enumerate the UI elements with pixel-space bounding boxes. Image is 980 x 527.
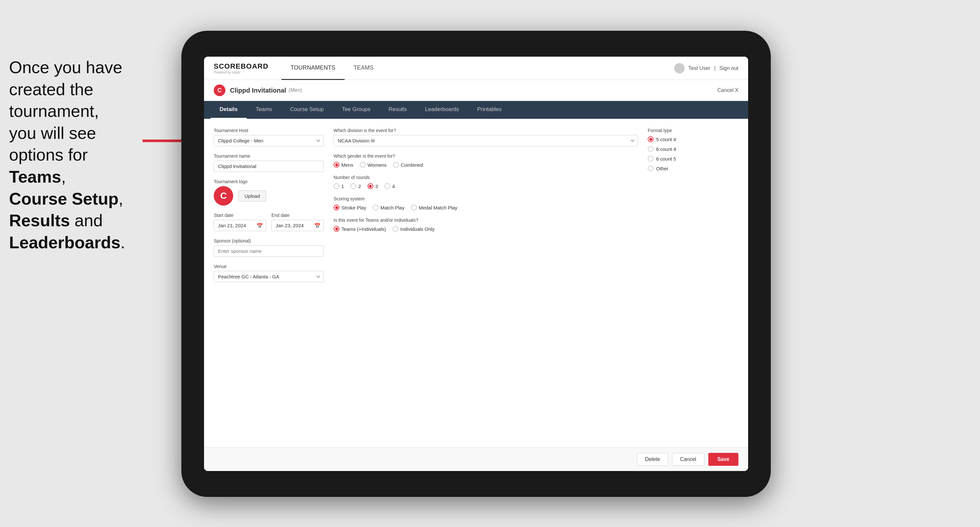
top-nav: SCOREBOARD Powered by clippd TOURNAMENTS… xyxy=(204,57,748,80)
format-other[interactable]: Other xyxy=(648,165,738,171)
rounds-2-radio[interactable] xyxy=(350,183,356,189)
rounds-2-label: 2 xyxy=(358,184,361,189)
rounds-4[interactable]: 4 xyxy=(384,183,395,189)
rounds-1-radio[interactable] xyxy=(334,183,339,189)
format-6count5-radio[interactable] xyxy=(648,156,654,162)
gender-label: Which gender is the event for? xyxy=(334,154,638,159)
gender-mens[interactable]: Mens xyxy=(334,162,353,168)
gender-mens-radio[interactable] xyxy=(334,162,339,168)
division-field-group: Which division is the event for? NCAA Di… xyxy=(334,128,638,146)
sponsor-input[interactable] xyxy=(214,245,324,257)
end-date-label: End date xyxy=(271,213,324,218)
tab-leaderboards[interactable]: Leaderboards xyxy=(416,101,468,119)
middle-column: Which division is the event for? NCAA Di… xyxy=(334,128,638,438)
tab-results[interactable]: Results xyxy=(380,101,416,119)
format-5count4-label: 5 count 4 xyxy=(656,137,676,142)
nav-teams[interactable]: TEAMS xyxy=(345,57,383,80)
scoring-stroke-radio[interactable] xyxy=(334,205,339,210)
cancel-header-button[interactable]: Cancel X xyxy=(718,87,738,93)
gender-combined[interactable]: Combined xyxy=(393,162,423,168)
rounds-radio-group: 1 2 3 4 xyxy=(334,183,638,189)
rounds-3-radio[interactable] xyxy=(368,183,374,189)
host-label: Tournament Host xyxy=(214,128,324,133)
scoring-match-label: Match Play xyxy=(380,205,404,210)
tournament-header: C Clippd Invitational (Men) Cancel X xyxy=(204,80,748,101)
save-button[interactable]: Save xyxy=(708,453,738,466)
gender-combined-radio[interactable] xyxy=(393,162,399,168)
format-label: Format type xyxy=(648,128,738,133)
start-date-group: Start date 📅 xyxy=(214,213,266,231)
tablet-screen: SCOREBOARD Powered by clippd TOURNAMENTS… xyxy=(204,57,748,471)
nav-items: TOURNAMENTS TEAMS xyxy=(282,57,674,80)
tournament-icon: C xyxy=(214,84,225,96)
format-5count4-radio[interactable] xyxy=(648,136,654,142)
tab-teams[interactable]: Teams xyxy=(247,101,281,119)
sign-out-link[interactable]: Sign out xyxy=(719,65,738,71)
tab-printables[interactable]: Printables xyxy=(468,101,511,119)
main-content: Tournament Host Clippd College - Men Tou… xyxy=(204,119,748,448)
division-select[interactable]: NCAA Division III xyxy=(334,135,638,146)
format-other-label: Other xyxy=(656,166,668,171)
annotation-block: Once you have created the tournament, yo… xyxy=(9,57,164,254)
scoring-stroke[interactable]: Stroke Play xyxy=(334,205,366,210)
rounds-4-radio[interactable] xyxy=(384,183,390,189)
gender-mens-label: Mens xyxy=(341,162,353,168)
rounds-3[interactable]: 3 xyxy=(368,183,378,189)
end-date-wrap: 📅 xyxy=(271,220,324,231)
format-other-radio[interactable] xyxy=(648,165,654,171)
user-avatar-icon xyxy=(674,63,685,73)
format-5count4[interactable]: 5 count 4 xyxy=(648,136,738,142)
scoring-medal-match-radio[interactable] xyxy=(411,205,417,210)
sponsor-field-group: Sponsor (optional) xyxy=(214,238,324,257)
scoring-medal-match[interactable]: Medal Match Play xyxy=(411,205,457,210)
format-6count5[interactable]: 6 count 5 xyxy=(648,156,738,162)
host-select[interactable]: Clippd College - Men xyxy=(214,135,324,146)
upload-button[interactable]: Upload xyxy=(239,190,266,202)
venue-label: Venue xyxy=(214,264,324,269)
rounds-4-label: 4 xyxy=(392,184,395,189)
venue-select[interactable]: Peachtree GC - Atlanta - GA xyxy=(214,271,324,282)
user-name: Test User xyxy=(689,65,711,71)
rounds-2[interactable]: 2 xyxy=(350,183,361,189)
division-label: Which division is the event for? xyxy=(334,128,638,133)
teams-with-individuals[interactable]: Teams (+Individuals) xyxy=(334,226,386,232)
gender-womens[interactable]: Womens xyxy=(360,162,387,168)
end-date-group: End date 📅 xyxy=(271,213,324,231)
tab-bar: Details Teams Course Setup Tee Groups Re… xyxy=(204,101,748,119)
format-6count4[interactable]: 6 count 4 xyxy=(648,146,738,152)
individuals-only[interactable]: Individuals Only xyxy=(393,226,434,232)
page-wrapper: Once you have created the tournament, yo… xyxy=(0,0,980,527)
teams-with-individuals-radio[interactable] xyxy=(334,226,339,232)
start-date-wrap: 📅 xyxy=(214,220,266,231)
left-column: Tournament Host Clippd College - Men Tou… xyxy=(214,128,324,438)
delete-button[interactable]: Delete xyxy=(637,453,668,466)
individuals-only-label: Individuals Only xyxy=(400,226,434,232)
rounds-1-label: 1 xyxy=(341,184,344,189)
name-label: Tournament name xyxy=(214,154,324,159)
tab-course-setup[interactable]: Course Setup xyxy=(281,101,333,119)
tab-details[interactable]: Details xyxy=(210,101,247,119)
cancel-button[interactable]: Cancel xyxy=(672,453,705,466)
logo-area: SCOREBOARD Powered by clippd xyxy=(214,62,269,74)
start-date-calendar-icon: 📅 xyxy=(256,222,263,229)
logo-preview: C xyxy=(214,186,233,206)
rounds-3-label: 3 xyxy=(375,184,378,189)
scoring-radio-group: Stroke Play Match Play Medal Match Play xyxy=(334,205,638,210)
name-field-group: Tournament name xyxy=(214,154,324,172)
host-field-group: Tournament Host Clippd College - Men xyxy=(214,128,324,146)
user-separator: | xyxy=(714,65,715,71)
scoring-field-group: Scoring system Stroke Play Match Play xyxy=(334,196,638,210)
rounds-1[interactable]: 1 xyxy=(334,183,344,189)
user-area: Test User | Sign out xyxy=(674,63,738,73)
scoring-match[interactable]: Match Play xyxy=(373,205,404,210)
scoring-match-radio[interactable] xyxy=(373,205,379,210)
gender-radio-group: Mens Womens Combined xyxy=(334,162,638,168)
nav-tournaments[interactable]: TOURNAMENTS xyxy=(282,57,345,80)
gender-womens-radio[interactable] xyxy=(360,162,366,168)
logo-upload-area: C Upload xyxy=(214,186,324,206)
tab-tee-groups[interactable]: Tee Groups xyxy=(333,101,380,119)
name-input[interactable] xyxy=(214,160,324,172)
format-6count4-radio[interactable] xyxy=(648,146,654,152)
individuals-only-radio[interactable] xyxy=(393,226,398,232)
logo-label: Tournament logo xyxy=(214,179,324,184)
